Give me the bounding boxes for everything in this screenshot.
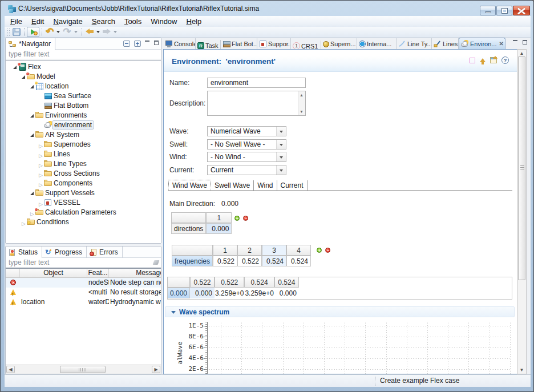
tree-item-vessel[interactable]: ▷VESSEL — [6, 198, 161, 208]
wave-spectrum-section[interactable]: Wave spectrum — [165, 306, 515, 317]
column-header-severity[interactable] — [6, 269, 20, 277]
tree-item-flat-bottom[interactable]: Flat Bottom — [6, 101, 161, 111]
problems-filter-input[interactable]: type filter text — [6, 258, 161, 268]
column-header[interactable]: 0.524 — [274, 277, 299, 288]
column-header[interactable]: 2 — [237, 245, 262, 256]
menu-search[interactable]: Search — [87, 16, 120, 27]
editor-maximize-icon[interactable] — [523, 40, 527, 45]
tab-progress[interactable]: ↻Progress — [42, 246, 87, 258]
column-header[interactable]: 0.522 — [190, 277, 215, 288]
scroll-up-icon[interactable]: ▲ — [519, 51, 525, 56]
tab-errors[interactable]: Errors — [87, 246, 123, 258]
save-button[interactable] — [11, 27, 22, 37]
value-cell[interactable]: 0.000 — [274, 288, 299, 298]
minimize-button[interactable] — [480, 6, 496, 15]
value-cell[interactable]: 0.522 — [213, 256, 237, 266]
tree-expanded-arrow-icon[interactable] — [13, 66, 17, 69]
value-cell[interactable]: 0.000 — [206, 223, 232, 234]
editor-tab-crs1[interactable]: 1CRS1 — [291, 41, 321, 50]
tree-item-environment[interactable]: environment — [6, 120, 161, 130]
subtab-wind[interactable]: Wind — [254, 180, 277, 191]
scroll-down-icon[interactable]: ▼ — [300, 110, 304, 114]
column-header[interactable]: 4 — [286, 245, 311, 256]
close-button[interactable] — [513, 6, 530, 15]
name-input[interactable]: environment — [207, 78, 306, 88]
row-header[interactable]: frequencies — [172, 256, 213, 266]
editor-tab-environ[interactable]: Environ...✕ — [459, 38, 505, 49]
expand-all-icon[interactable] — [134, 41, 141, 47]
tree-expanded-arrow-icon[interactable] — [30, 85, 34, 88]
maximize-button[interactable] — [496, 6, 512, 15]
add-direction-icon[interactable] — [234, 216, 240, 221]
menu-file[interactable]: File — [6, 16, 27, 27]
editor-tab-supern[interactable]: Supern... — [321, 38, 357, 49]
editor-tab-flatbot[interactable]: Flat Bot... — [221, 38, 257, 50]
tree-item-lines[interactable]: ▷Lines — [6, 149, 161, 159]
hscroll-thumb[interactable] — [60, 366, 106, 373]
subtab-swell-wave[interactable]: Swell Wave — [211, 180, 254, 191]
menu-edit[interactable]: Edit — [27, 16, 48, 27]
problems-hscrollbar[interactable]: ◀ ▶ — [6, 365, 161, 374]
undo-dropdown-caret[interactable] — [56, 31, 60, 33]
row-header[interactable]: directions — [171, 223, 206, 234]
column-header-Feat...[interactable]: Feat... — [87, 269, 109, 277]
navigator-maximize-icon[interactable] — [154, 41, 159, 45]
subtab-wind-wave[interactable]: Wind Wave — [168, 180, 211, 191]
combo-current[interactable]: Current — [207, 165, 286, 175]
menu-help[interactable]: Help — [182, 16, 207, 27]
scroll-down-icon[interactable]: ▼ — [519, 367, 525, 373]
column-header[interactable]: 1 — [213, 245, 237, 256]
combo-dropdown-icon[interactable] — [276, 140, 286, 149]
tree-item-support-vessels[interactable]: Support Vessels — [6, 188, 161, 198]
editor-tab-lines[interactable]: Lines — [432, 38, 459, 50]
close-tab-icon[interactable]: ✕ — [499, 41, 503, 47]
subtab-current[interactable]: Current — [277, 180, 308, 191]
vscroll-thumb[interactable] — [518, 56, 525, 280]
add-frequency-icon[interactable] — [317, 248, 322, 253]
tree-item-model[interactable]: Model — [6, 72, 161, 82]
tree-expanded-arrow-icon[interactable] — [30, 114, 34, 118]
value-cell[interactable]: 0.522 — [237, 256, 262, 266]
problem-row[interactable]: <multiNo result storage ha — [6, 288, 161, 297]
value-cell[interactable]: 0.000 — [190, 288, 215, 298]
combo-dropdown-icon[interactable] — [276, 165, 286, 175]
scroll-up-icon[interactable]: ▲ — [300, 93, 304, 97]
editor-vscrollbar[interactable]: ▲ ▼ — [517, 49, 527, 374]
editor-tab-linety[interactable]: Line Ty... — [397, 38, 432, 50]
menu-tools[interactable]: Tools — [120, 16, 146, 27]
tree-item-sea-surface[interactable]: Sea Surface — [6, 91, 161, 101]
column-header[interactable]: 0.524 — [244, 277, 274, 288]
combo-dropdown-icon[interactable] — [276, 127, 286, 136]
problem-row[interactable]: locationwaterDHydrodynamic wate — [6, 297, 161, 307]
editor-tab-task[interactable]: RTask — [196, 40, 221, 49]
open-new-editor-icon[interactable] — [490, 57, 497, 63]
editor-tab-interna[interactable]: Interna... — [357, 38, 397, 50]
validate-button[interactable] — [27, 27, 39, 37]
menu-navigate[interactable]: Navigate — [48, 16, 87, 27]
navigator-filter-input[interactable]: type filter text — [6, 50, 161, 59]
tree-item-cross-sections[interactable]: ▷Cross Sections — [6, 169, 161, 179]
column-header-Message[interactable]: Message — [109, 269, 161, 277]
help-icon[interactable]: ? — [501, 56, 509, 64]
editor-tab-suppor[interactable]: Suppor... — [257, 38, 291, 50]
clear-filter-icon[interactable] — [153, 260, 160, 265]
tree-expanded-arrow-icon[interactable] — [30, 192, 34, 195]
combo-wind[interactable]: - No Wind - — [207, 152, 286, 162]
column-header[interactable]: 0.522 — [215, 277, 244, 288]
tree-item-location[interactable]: location — [6, 82, 161, 91]
tree-expanded-arrow-icon[interactable] — [30, 134, 34, 137]
tree-item-ar-system[interactable]: AR System — [6, 130, 161, 140]
description-input[interactable]: ▲ ▼ — [207, 91, 306, 116]
value-cell[interactable]: 0.524 — [286, 256, 311, 266]
editor-tab-console[interactable]: Console — [163, 38, 196, 50]
tab-navigator[interactable]: *Navigator — [6, 38, 55, 50]
navigator-minimize-icon[interactable] — [145, 41, 150, 46]
back-dropdown-caret[interactable] — [96, 31, 100, 33]
column-header[interactable]: 3 — [262, 245, 286, 256]
collapse-all-icon[interactable] — [123, 41, 130, 47]
tree-item-components[interactable]: ▷Components — [6, 179, 161, 188]
value-cell[interactable]: 3.259e+0 — [244, 288, 274, 298]
combo-dropdown-icon[interactable] — [276, 152, 286, 161]
up-arrow-icon[interactable] — [480, 58, 486, 62]
menu-window[interactable]: Window — [146, 16, 181, 27]
